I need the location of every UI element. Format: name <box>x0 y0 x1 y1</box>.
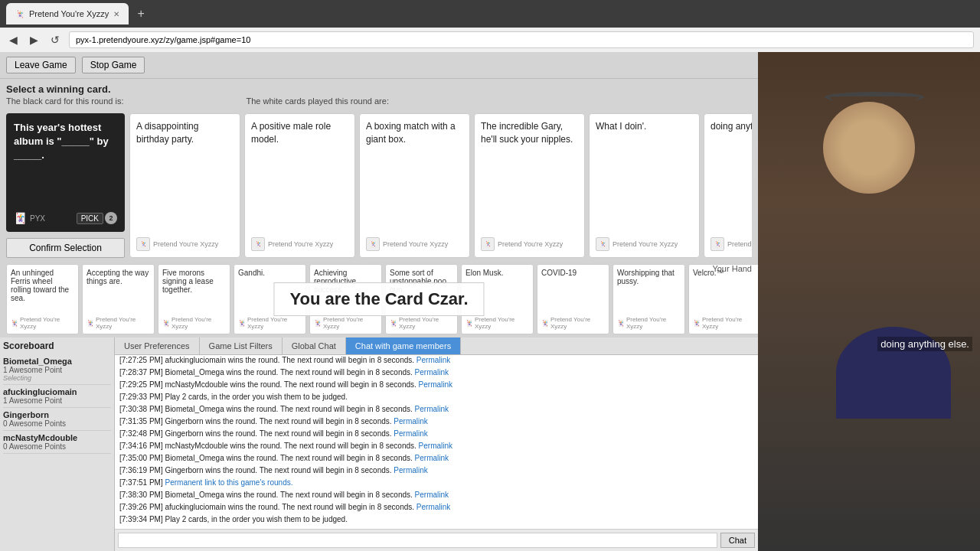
permalink[interactable]: Permalink <box>415 368 449 377</box>
white-card-1[interactable]: A positive male role model. 🃏 Pretend Yo… <box>244 113 355 258</box>
score-points-1: 1 Awesome Point <box>3 396 111 405</box>
permalink[interactable]: Permalink <box>394 429 427 438</box>
permalink[interactable]: Permalink <box>419 380 452 389</box>
white-card-text-2: A boxing match with a giant box. <box>366 120 463 146</box>
game-toolbar: Leave Game Stop Game <box>0 52 758 79</box>
tab-user-preferences[interactable]: User Preferences <box>115 337 200 354</box>
your-hand-label: Your Hand <box>712 264 752 273</box>
permalink[interactable]: Permalink <box>416 356 450 364</box>
card-game-icon-2: 🃏 <box>366 237 380 251</box>
permalink[interactable]: Permalink <box>394 466 427 474</box>
pick-badge-area: PICK 2 <box>77 212 117 224</box>
hand-card-7[interactable]: COVID-19 🃏Pretend You're Xyzzy <box>537 264 609 334</box>
chat-messages: [7:22:30 PM] Permalink link to this game… <box>115 355 758 529</box>
permalink[interactable]: Permalink <box>394 417 427 425</box>
card-game-icon-1: 🃏 <box>251 237 265 251</box>
white-card-0[interactable]: A disappointing birthday party. 🃏 Preten… <box>129 113 240 258</box>
hand-card-2[interactable]: Five morons signing a lease together. 🃏P… <box>158 264 230 334</box>
chat-input[interactable] <box>118 533 717 548</box>
chat-message: [7:34:16 PM] mcNastyMcdouble wins the ro… <box>119 440 753 452</box>
hand-card-footer-6: 🃏Pretend You're Xyzzy <box>466 316 529 330</box>
score-player-0: Biometal_Omega 1 Awesome Point Selecting <box>3 354 111 385</box>
white-card-3[interactable]: The incredible Gary, he'll suck your nip… <box>474 113 585 258</box>
white-card-2[interactable]: A boxing match with a giant box. 🃏 Prete… <box>359 113 470 258</box>
hand-card-0[interactable]: An unhinged Ferris wheel rolling toward … <box>6 264 79 334</box>
score-name-3: mcNastyMcdouble <box>3 433 111 442</box>
leave-game-btn[interactable]: Leave Game <box>6 57 76 73</box>
bottom-section: Scoreboard Biometal_Omega 1 Awesome Poin… <box>0 337 758 551</box>
permalink[interactable]: Permalink <box>415 405 449 413</box>
game-area: Leave Game Stop Game Select a winning ca… <box>0 52 758 551</box>
confirm-selection-btn[interactable]: Confirm Selection <box>6 238 125 258</box>
chat-message: [7:35:00 PM] Biometal_Omega wins the rou… <box>119 452 753 465</box>
permalink[interactable]: Permalink <box>415 454 449 462</box>
white-card-5[interactable]: doing anything else. 🃏 Pretend You're Xy… <box>704 113 752 258</box>
white-card-footer-5: 🃏 Pretend You're Xyzzy <box>710 237 752 251</box>
chat-send-btn[interactable]: Chat <box>720 533 755 548</box>
permalink[interactable]: Permalink <box>415 491 449 499</box>
card-game-label-0: Pretend You're Xyzzy <box>153 240 218 248</box>
white-card-text-4: What I doin'. <box>596 120 693 133</box>
permalink[interactable]: Permalink <box>419 442 452 450</box>
permanent-link[interactable]: Permanent link to this game's rounds. <box>165 478 292 487</box>
chat-message: [7:27:25 PM] afuckingluciomain wins the … <box>119 355 753 367</box>
tab-title: Pretend You're Xyzzy <box>29 9 109 18</box>
main-wrapper: Leave Game Stop Game Select a winning ca… <box>0 52 980 551</box>
hand-card-text-0: An unhinged Ferris wheel rolling toward … <box>11 269 74 302</box>
hand-card-text-1: Accepting the way things are. <box>87 269 150 285</box>
select-title: Select a winning card. <box>6 83 752 95</box>
webcam-panel: doing anything else. <box>758 52 980 551</box>
browser-chrome: 🃏 Pretend You're Xyzzy ✕ + <box>0 0 980 28</box>
chat-input-row: Chat <box>115 529 758 551</box>
hand-card-text-2: Five morons signing a lease together. <box>162 269 226 294</box>
back-btn[interactable]: ◀ <box>6 34 21 46</box>
permalink[interactable]: Permalink <box>416 503 450 511</box>
score-points-3: 0 Awesome Points <box>3 442 111 451</box>
forward-btn[interactable]: ▶ <box>27 34 41 46</box>
card-game-icon-3: 🃏 <box>481 237 495 251</box>
white-card-4[interactable]: What I doin'. 🃏 Pretend You're Xyzzy <box>589 113 700 258</box>
tab-global-chat[interactable]: Global Chat <box>283 337 346 354</box>
hand-card-text-7: COVID-19 <box>541 269 605 277</box>
tab-chat-game-members[interactable]: Chat with game members <box>346 337 461 354</box>
chat-message: [7:32:48 PM] Gingerborn wins the round. … <box>119 428 753 440</box>
chat-message: [7:37:51 PM] Permanent link to this game… <box>119 477 753 489</box>
select-area-header: Select a winning card. The black card fo… <box>0 79 758 110</box>
refresh-btn[interactable]: ↺ <box>47 34 63 46</box>
score-points-0: 1 Awesome Point <box>3 366 111 374</box>
hand-card-9[interactable]: Velcro.™ 🃏Pretend You're Xyzzy <box>688 264 758 334</box>
stop-game-btn[interactable]: Stop Game <box>82 57 145 73</box>
hand-card-footer-2: 🃏Pretend You're Xyzzy <box>162 316 226 330</box>
tab-close-btn[interactable]: ✕ <box>113 10 119 18</box>
address-input[interactable] <box>69 31 974 48</box>
czar-overlay: You are the Card Czar. <box>273 282 484 316</box>
card-game-icon-4: 🃏 <box>596 237 609 251</box>
tab-favicon: 🃏 <box>15 10 24 18</box>
black-card-footer: 🃏 PYX PICK 2 <box>14 212 117 224</box>
white-card-text-5: doing anything else. <box>710 120 752 133</box>
hand-card-1[interactable]: Accepting the way things are. 🃏Pretend Y… <box>82 264 155 334</box>
webcam-overlay-text: doing anything else. <box>877 337 972 351</box>
chat-message: [7:28:37 PM] Biometal_Omega wins the rou… <box>119 367 753 379</box>
card-game-label-1: Pretend You're Xyzzy <box>268 240 333 248</box>
address-bar-row: ◀ ▶ ↺ <box>0 28 980 52</box>
tab-bar: 🃏 Pretend You're Xyzzy ✕ + <box>6 3 150 24</box>
score-points-2: 0 Awesome Points <box>3 419 111 428</box>
white-card-subtitle: The white cards played this round are: <box>246 96 389 106</box>
hand-card-footer-0: 🃏Pretend You're Xyzzy <box>11 316 74 330</box>
new-tab-btn[interactable]: + <box>132 5 150 23</box>
score-player-3: mcNastyMcdouble 0 Awesome Points <box>3 431 111 454</box>
score-player-1: afuckingluciomain 1 Awesome Point <box>3 385 111 408</box>
score-name-1: afuckingluciomain <box>3 387 111 396</box>
white-card-text-0: A disappointing birthday party. <box>136 120 234 146</box>
hand-card-footer-8: 🃏Pretend You're Xyzzy <box>617 316 681 330</box>
score-player-2: Gingerborn 0 Awesome Points <box>3 408 111 431</box>
white-card-text-1: A positive male role model. <box>251 120 348 146</box>
white-card-footer-2: 🃏 Pretend You're Xyzzy <box>366 237 463 251</box>
tab-game-list-filters[interactable]: Game List Filters <box>200 337 283 354</box>
hand-card-text-8: Worshipping that pussy. <box>617 269 681 285</box>
hand-card-text-6: Elon Musk. <box>466 269 529 277</box>
hand-card-8[interactable]: Worshipping that pussy. 🃏Pretend You're … <box>612 264 685 334</box>
white-card-footer-1: 🃏 Pretend You're Xyzzy <box>251 237 348 251</box>
active-tab[interactable]: 🃏 Pretend You're Xyzzy ✕ <box>6 3 129 24</box>
